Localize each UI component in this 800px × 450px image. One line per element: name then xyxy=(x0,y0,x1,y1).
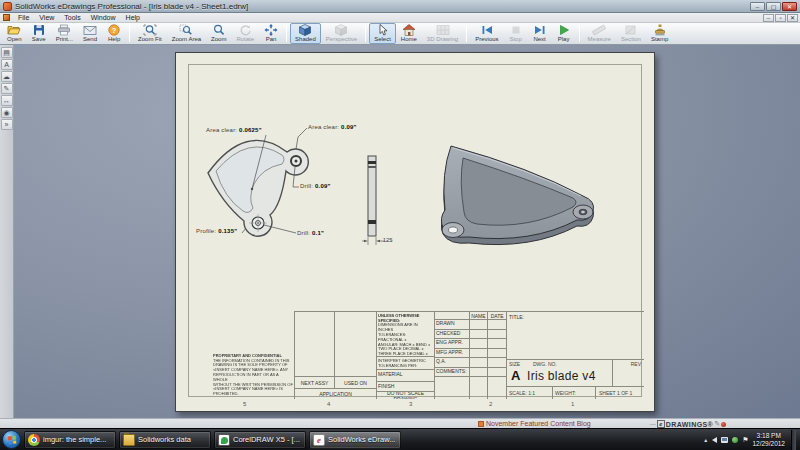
annotation-profile: Profile: 0.135" xyxy=(196,228,237,234)
sidebar-tool-icon[interactable]: ↔ xyxy=(1,95,13,106)
measure-button[interactable]: Measure xyxy=(583,23,616,44)
network-icon[interactable] xyxy=(721,437,728,443)
zone-number: 4 xyxy=(327,401,330,407)
help-icon: ? xyxy=(107,24,121,36)
news-link[interactable]: November Featured Content Blog xyxy=(478,420,591,427)
taskbar-clock[interactable]: 3:18 PM 12/29/2012 xyxy=(752,432,785,448)
home-button[interactable]: Home xyxy=(396,23,422,44)
stamp-button[interactable]: Stamp xyxy=(646,23,673,44)
taskbar-item-edrawings[interactable]: e SolidWorks eDraw... xyxy=(309,431,401,449)
perspective-button[interactable]: Perspective xyxy=(321,23,362,44)
taskbar-item-browser[interactable]: imgur: the simple... xyxy=(24,431,116,449)
toolbar-separator xyxy=(365,25,366,42)
stop-icon xyxy=(509,24,523,36)
section-button[interactable]: Section xyxy=(616,23,646,44)
action-center-flag-icon[interactable]: ⚑ xyxy=(742,436,748,444)
sidebar-tool-icon[interactable]: A xyxy=(1,59,13,70)
zoom-button[interactable]: Zoom xyxy=(206,23,231,44)
3d-drawing-views-button[interactable]: 3D Drawing xyxy=(422,23,463,44)
rotate-button[interactable]: Rotate xyxy=(231,23,259,44)
sidebar-tool-icon[interactable]: ✎ xyxy=(1,83,13,94)
sidebar-tool-icon[interactable]: » xyxy=(1,119,13,130)
sidebar-tool-icon[interactable]: ◉ xyxy=(1,107,13,118)
select-cursor-icon xyxy=(376,24,390,36)
home-icon xyxy=(402,24,416,36)
menu-item[interactable]: Window xyxy=(86,13,121,22)
sheet-value: SHEET 1 OF 1 xyxy=(599,390,632,396)
sheet-size: A xyxy=(511,368,520,383)
thickness-dimension: .125 xyxy=(381,237,393,243)
sidebar-tool-icon[interactable]: ☁ xyxy=(1,71,13,82)
system-tray: ▲ ⚑ 3:18 PM 12/29/2012 xyxy=(703,430,798,450)
close-button[interactable]: ✕ xyxy=(782,2,797,11)
open-button[interactable]: Open xyxy=(2,23,27,44)
drawing-canvas[interactable]: Area clear: 0.0625" Area clear: 0.09" Dr… xyxy=(14,45,800,418)
titlebar: SolidWorks eDrawings Professional - [Iri… xyxy=(0,0,800,13)
mdi-minimize-button[interactable]: – xyxy=(763,14,774,22)
shaded-button[interactable]: Shaded xyxy=(290,23,321,44)
workspace: ▤A☁✎↔◉» xyxy=(0,45,800,418)
annotation-area-clear-inner: Area clear: 0.0625" xyxy=(206,127,262,133)
name-header: NAME xyxy=(469,311,488,319)
toolbar: Open Save Print... Send ? Help Zoom Fit … xyxy=(0,23,800,45)
pan-button[interactable]: Pan xyxy=(259,23,283,44)
annotation-drill-top: Drill: 0.09" xyxy=(300,183,331,189)
clock-time: 3:18 PM xyxy=(752,432,785,440)
toolbar-separator xyxy=(466,25,467,42)
stamp-icon xyxy=(653,24,667,36)
mdi-restore-button[interactable]: ▫ xyxy=(775,14,786,22)
solidworks-ball-icon xyxy=(721,422,726,427)
save-button[interactable]: Save xyxy=(27,23,51,44)
approval-row: DRAWN xyxy=(435,319,506,329)
zoom-fit-button[interactable]: Zoom Fit xyxy=(133,23,167,44)
drawing-number: Iris blade v4 xyxy=(527,369,596,383)
menu-item[interactable]: File xyxy=(13,13,34,22)
edrawings-icon: e xyxy=(313,434,325,446)
zone-number: 5 xyxy=(243,401,246,407)
previous-button[interactable]: Previous xyxy=(470,23,503,44)
scale-row: SCALE: 1:1 WEIGHT: SHEET 1 OF 1 xyxy=(506,386,644,399)
pan-icon xyxy=(264,24,278,36)
help-button[interactable]: ? Help xyxy=(102,23,126,44)
next-icon xyxy=(533,24,547,36)
hidden-icons-arrow[interactable]: ▲ xyxy=(703,437,708,443)
menu-item[interactable]: Tools xyxy=(59,13,85,22)
antivirus-icon[interactable] xyxy=(732,437,738,443)
taskbar-item-coreldraw[interactable]: CorelDRAW X5 - [... xyxy=(214,431,306,449)
start-button[interactable] xyxy=(2,430,21,449)
play-button[interactable]: Play xyxy=(552,23,576,44)
menubar: FileViewToolsWindowHelp – ▫ ✕ xyxy=(0,13,800,23)
menu-item[interactable]: Help xyxy=(121,13,145,22)
menu-item[interactable]: View xyxy=(34,13,59,22)
next-button[interactable]: Next xyxy=(528,23,552,44)
folder-icon xyxy=(123,434,135,446)
next-assy-header: NEXT ASSY xyxy=(294,376,334,388)
side-view xyxy=(361,148,416,248)
svg-text:?: ? xyxy=(112,26,117,35)
used-on-cell xyxy=(334,311,376,376)
approval-row: COMMENTS: xyxy=(435,367,506,377)
minimize-button[interactable]: – xyxy=(750,2,765,11)
toolbar-separator xyxy=(129,25,130,42)
maximize-button[interactable]: ▢ xyxy=(766,2,781,11)
material-cell: MATERIAL xyxy=(376,369,434,381)
annotation-area-clear-outer: Area clear: 0.09" xyxy=(308,124,357,130)
tolerance-block: UNLESS OTHERWISE SPECIFIED: DIMENSIONS A… xyxy=(376,311,434,356)
title-block: PROPRIETARY AND CONFIDENTIAL THE INFORMA… xyxy=(211,311,644,399)
volume-icon[interactable] xyxy=(712,437,717,443)
send-button[interactable]: Send xyxy=(78,23,102,44)
show-desktop-button[interactable] xyxy=(791,430,796,450)
stop-button[interactable]: Stop xyxy=(504,23,528,44)
printer-icon xyxy=(57,24,71,36)
news-icon xyxy=(478,421,484,427)
play-icon xyxy=(557,24,571,36)
status-bar: November Featured Content Blog — e DRAWI… xyxy=(0,418,800,428)
sidebar-tool-icon[interactable]: ▤ xyxy=(1,47,13,58)
select-button[interactable]: Select xyxy=(369,23,396,44)
zone-number: 1 xyxy=(571,401,574,407)
zoom-area-button[interactable]: Zoom Area xyxy=(167,23,206,44)
shaded-cube-icon xyxy=(298,24,312,36)
taskbar-item-folder[interactable]: Solidworks data xyxy=(119,431,211,449)
print-button[interactable]: Print... xyxy=(51,23,78,44)
mdi-close-button[interactable]: ✕ xyxy=(787,14,798,22)
